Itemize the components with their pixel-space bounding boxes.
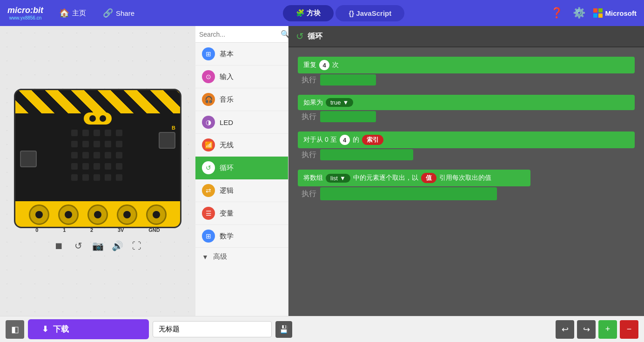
repeat-block-group: 重复 4 次 执行 (298, 57, 635, 86)
wireless-icon: 📶 (202, 138, 215, 151)
settings-button[interactable]: ⚙️ (571, 5, 588, 21)
toggle-sim-icon: ◧ (11, 324, 19, 335)
repeat-num[interactable]: 4 (319, 60, 329, 70)
basic-icon: ⊞ (202, 47, 215, 60)
foreach-value-badge[interactable]: 值 (421, 173, 436, 183)
save-icon: 💾 (279, 325, 288, 334)
simulator-panel: B 0 1 2 3V GND ⏹ ↺ 📷 (0, 26, 195, 316)
search-input[interactable] (199, 31, 281, 38)
led-grid (71, 130, 124, 183)
tab-blocks-label: 方块 (307, 9, 321, 17)
foreach-list-dropdown[interactable]: list ▼ (326, 174, 350, 183)
logo-text: micro:bit (7, 6, 43, 15)
category-wireless[interactable]: 📶 无线 (195, 134, 288, 157)
zoom-out-button[interactable]: − (620, 320, 638, 339)
category-math[interactable]: ⊞ 数学 (195, 225, 288, 248)
logo-area: micro:bit www.yx8856.cn (7, 6, 43, 20)
share-label: Share (116, 9, 134, 17)
foreach-block[interactable]: 将数组 list ▼ 中的元素逐个取出，以 值 引用每次取出的值 (298, 170, 530, 186)
loops-refresh-icon: ↺ (296, 31, 304, 42)
button-a[interactable] (20, 151, 37, 167)
music-label: 音乐 (220, 95, 234, 104)
input-icon: ⊙ (202, 70, 215, 83)
zoom-out-icon: − (627, 324, 632, 334)
connector-gnd (146, 204, 167, 225)
connector-3v (117, 204, 137, 225)
exec-text-2: 执行 (302, 112, 316, 122)
zoom-in-button[interactable]: + (598, 320, 617, 339)
blocks-header: ↺ 循环 (288, 26, 644, 47)
category-music[interactable]: 🎧 音乐 (195, 88, 288, 111)
dropdown-arrow-2: ▼ (340, 175, 346, 182)
microsoft-logo: Microsoft (593, 8, 637, 18)
blocks-canvas: 重复 4 次 执行 如果为 true ▼ 执行 (288, 47, 644, 210)
for-index-badge[interactable]: 索引 (362, 135, 383, 145)
share-button[interactable]: 🔗 Share (98, 5, 139, 21)
eye-right (100, 115, 106, 122)
if-text-before: 如果为 (303, 99, 323, 107)
expand-button[interactable]: ⛶ (129, 238, 144, 253)
redo-button[interactable]: ↪ (577, 320, 596, 339)
undo-button[interactable]: ↩ (556, 320, 574, 339)
for-block[interactable]: 对于从 0 至 4 的 索引 (298, 132, 635, 148)
ms-grid-icon (593, 8, 603, 18)
tab-blocks[interactable]: 🧩 方块 (283, 5, 334, 21)
exec-slot-3 (320, 149, 413, 160)
category-logic[interactable]: ⇄ 逻辑 (195, 179, 288, 202)
led-label: LED (220, 118, 233, 126)
category-advanced[interactable]: ▼ 高级 (195, 248, 288, 266)
input-label: 输入 (220, 72, 234, 81)
microbit-face (84, 112, 112, 125)
advanced-label: 高级 (213, 252, 227, 261)
sound-button[interactable]: 🔊 (110, 238, 125, 253)
stop-button[interactable]: ⏹ (51, 238, 66, 253)
exec-slot-4 (320, 187, 497, 200)
zoom-in-icon: + (605, 324, 610, 334)
bottom-right-controls: ↩ ↪ + − (556, 320, 638, 339)
ms-label: Microsoft (605, 9, 637, 17)
exec-text-1: 执行 (302, 75, 316, 85)
repeat-text-before: 重复 (303, 61, 316, 69)
tab-js-label: {} JavaScript (349, 9, 391, 17)
settings-icon: ⚙️ (573, 7, 585, 19)
category-led[interactable]: ◑ LED (195, 111, 288, 134)
if-block[interactable]: 如果为 true ▼ (298, 95, 635, 110)
download-button[interactable]: ⬇ 下载 (28, 319, 149, 339)
advanced-chevron: ▼ (202, 253, 208, 261)
nav-right: ❓ ⚙️ Microsoft (549, 5, 637, 21)
foreach-text-before: 将数组 (303, 174, 323, 182)
for-num[interactable]: 4 (340, 135, 350, 145)
category-variables[interactable]: ☰ 变量 (195, 202, 288, 225)
category-basic[interactable]: ⊞ 基本 (195, 43, 288, 66)
home-button[interactable]: 🏠 主页 (54, 5, 91, 21)
restart-button[interactable]: ↺ (71, 238, 86, 253)
exec-text-3: 执行 (302, 150, 316, 160)
repeat-block[interactable]: 重复 4 次 (298, 57, 635, 73)
wireless-label: 无线 (220, 141, 234, 150)
if-dropdown[interactable]: true ▼ (326, 98, 353, 107)
tab-blocks-icon: 🧩 (296, 9, 307, 17)
toggle-simulator-button[interactable]: ◧ (6, 320, 24, 339)
category-input[interactable]: ⊙ 输入 (195, 66, 288, 88)
top-stripe (15, 90, 180, 113)
foreach-block-group: 将数组 list ▼ 中的元素逐个取出，以 值 引用每次取出的值 执行 (298, 170, 635, 200)
bottombar: ◧ ⬇ 下载 💾 ↩ ↪ + − (0, 316, 644, 342)
category-loops[interactable]: ↺ 循环 (195, 157, 288, 179)
filename-input[interactable] (153, 321, 272, 337)
tab-javascript[interactable]: {} JavaScript (335, 5, 404, 21)
variables-label: 变量 (220, 209, 234, 218)
logo-url: www.yx8856.cn (9, 15, 41, 20)
help-button[interactable]: ❓ (549, 5, 565, 21)
foreach-text-after: 引用每次取出的值 (439, 174, 491, 182)
save-file-button[interactable]: 💾 (275, 321, 292, 338)
math-label: 数学 (220, 232, 234, 241)
math-icon: ⊞ (202, 230, 215, 243)
screenshot-button[interactable]: 📷 (90, 238, 105, 253)
if-block-group: 如果为 true ▼ 执行 (298, 95, 635, 122)
download-label: 下载 (53, 324, 69, 335)
loops-label: 循环 (220, 164, 234, 172)
button-b[interactable] (159, 132, 175, 149)
exec-slot-2 (320, 111, 376, 122)
connector-row (15, 201, 180, 227)
led-icon: ◑ (202, 116, 215, 129)
